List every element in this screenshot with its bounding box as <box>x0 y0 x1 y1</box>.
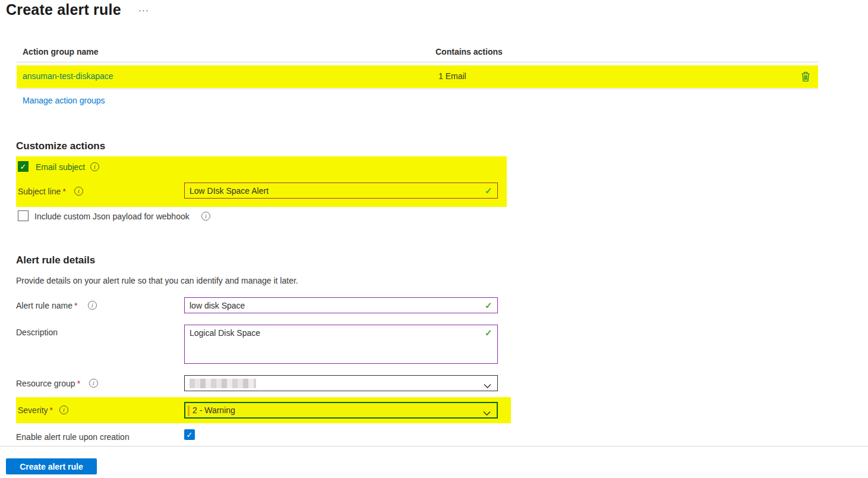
checkmark-icon: ✓ <box>20 163 27 171</box>
subject-line-info-icon[interactable]: i <box>74 187 83 196</box>
webhook-json-checkbox[interactable] <box>18 210 29 221</box>
resource-group-info-icon[interactable]: i <box>89 379 98 388</box>
footer-divider <box>0 446 868 446</box>
email-subject-label: Email subject <box>36 162 85 172</box>
column-action-group-name: Action group name <box>23 47 99 56</box>
alert-rule-name-info-icon[interactable]: i <box>88 301 97 310</box>
create-alert-rule-button[interactable]: Create alert rule <box>6 458 97 474</box>
severity-dropdown[interactable]: 2 - Warning <box>184 402 498 419</box>
subject-line-input[interactable] <box>184 183 498 199</box>
delete-action-group-icon[interactable] <box>801 71 812 82</box>
description-label: Description <box>16 328 58 337</box>
action-group-name-link[interactable]: ansuman-test-diskapace <box>23 71 113 81</box>
checkmark-icon: ✓ <box>187 431 193 439</box>
create-alert-rule-page: Create alert rule ··· Action group name … <box>0 0 868 478</box>
chevron-down-icon <box>484 381 491 391</box>
required-marker: * <box>77 379 80 388</box>
webhook-json-info-icon[interactable]: i <box>201 212 210 221</box>
alert-rule-name-label: Alert rule name* <box>16 301 77 310</box>
resource-group-dropdown[interactable] <box>184 375 498 391</box>
required-marker: * <box>62 187 65 196</box>
customize-actions-heading: Customize actions <box>16 140 105 152</box>
action-group-table-header: Action group name Contains actions <box>17 47 818 61</box>
required-marker: * <box>50 405 53 415</box>
severity-value: 2 - Warning <box>192 405 235 415</box>
alert-rule-details-intro: Provide details on your alert rule so th… <box>16 276 298 285</box>
email-subject-info-icon[interactable]: i <box>90 162 99 171</box>
resource-group-label: Resource group* <box>16 379 80 388</box>
subject-line-label: Subject line* <box>18 187 66 196</box>
action-group-row[interactable]: ansuman-test-diskapace 1 Email <box>17 65 818 88</box>
manage-action-groups-link[interactable]: Manage action groups <box>23 96 105 105</box>
enable-alert-rule-label: Enable alert rule upon creation <box>16 432 130 442</box>
table-row-divider <box>17 89 818 89</box>
required-marker: * <box>74 301 77 310</box>
customize-actions-highlight <box>16 156 507 207</box>
description-value: Logical Disk Space <box>190 328 260 338</box>
resource-group-redacted-value <box>190 379 256 388</box>
description-textarea[interactable]: Logical Disk Space <box>184 325 498 364</box>
alert-rule-name-input[interactable] <box>184 297 498 313</box>
page-title: Create alert rule <box>6 1 121 18</box>
subject-line-valid-icon: ✓ <box>485 185 493 196</box>
email-subject-checkbox[interactable]: ✓ <box>18 161 29 172</box>
table-header-divider <box>17 62 818 62</box>
more-options-icon[interactable]: ··· <box>138 5 149 15</box>
alert-rule-name-valid-icon: ✓ <box>485 300 493 311</box>
column-contains-actions: Contains actions <box>435 47 503 56</box>
alert-rule-details-heading: Alert rule details <box>16 254 95 266</box>
severity-label: Severity* <box>18 405 53 415</box>
text-cursor-bar <box>188 405 190 416</box>
description-valid-icon: ✓ <box>485 328 493 338</box>
action-group-contains-actions: 1 Email <box>438 71 466 81</box>
severity-info-icon[interactable]: i <box>59 405 68 414</box>
webhook-json-label: Include custom Json payload for webhook <box>34 212 190 221</box>
enable-alert-rule-checkbox[interactable]: ✓ <box>184 429 195 440</box>
chevron-down-icon <box>483 408 491 418</box>
